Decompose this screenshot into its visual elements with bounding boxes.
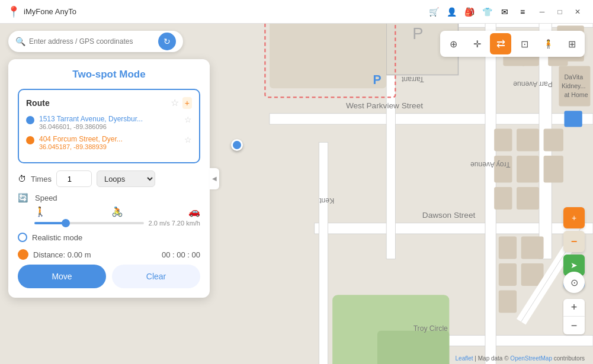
search-input[interactable]: [29, 37, 153, 46]
svg-rect-18: [544, 156, 563, 182]
end-name[interactable]: 404 Forcum Street, Dyer...: [39, 135, 179, 143]
close-button[interactable]: ✕: [569, 4, 586, 20]
svg-text:DaVita: DaVita: [564, 73, 583, 80]
distance-row: Distance: 0.00 m 00 : 00 : 00: [18, 249, 200, 260]
svg-text:Troy Circle: Troy Circle: [414, 324, 448, 333]
times-input[interactable]: [56, 170, 92, 187]
svg-rect-8: [319, 142, 328, 364]
svg-text:P: P: [373, 73, 381, 86]
realistic-mode-label: Realistic mode: [32, 233, 82, 242]
left-panel: Two-spot Mode Route ☆ + 1513 Tarrant Ave…: [8, 59, 210, 298]
start-dot: [26, 116, 34, 124]
speed-thumb[interactable]: [62, 219, 70, 227]
distance-text: Distance: 0.00 m: [33, 250, 162, 259]
start-coords: 36.046601, -89.386096: [39, 123, 179, 130]
add-point-button[interactable]: +: [563, 207, 585, 228]
profile-icon[interactable]: 👤: [445, 5, 458, 18]
panel-title: Two-spot Mode: [18, 69, 200, 80]
distance-icon: [18, 249, 28, 260]
speed-label: Speed: [35, 194, 57, 202]
zoom-controls: + −: [563, 299, 585, 334]
svg-text:Parr Avenue: Parr Avenue: [513, 80, 553, 88]
realistic-mode-radio[interactable]: [18, 233, 27, 242]
leaflet-link[interactable]: Leaflet: [456, 355, 473, 362]
move-tool[interactable]: ✛: [466, 33, 488, 54]
route-header: Route ☆ +: [26, 97, 192, 109]
menu-icon[interactable]: ≡: [516, 5, 529, 18]
osm-link[interactable]: OpenStreetMap: [510, 355, 552, 362]
app-title: iMyFone AnyTo: [24, 7, 427, 16]
svg-text:P: P: [412, 24, 423, 43]
times-label: Times: [31, 175, 52, 183]
start-star-icon[interactable]: ☆: [184, 115, 192, 124]
svg-text:Troy Avenue: Troy Avenue: [470, 160, 511, 169]
svg-text:Kent: Kent: [319, 197, 335, 205]
compass-button[interactable]: ⊙: [563, 272, 585, 293]
action-buttons: Move Clear: [18, 265, 200, 288]
svg-rect-14: [517, 129, 539, 152]
start-pin[interactable]: [231, 139, 243, 151]
search-bar[interactable]: 🔍 ↻: [8, 31, 183, 52]
main-container: P P P DaVita Kidney... at Home West Tick…: [0, 24, 593, 364]
svg-rect-20: [517, 187, 539, 210]
svg-rect-23: [499, 263, 517, 286]
svg-rect-13: [494, 129, 512, 152]
route-tool[interactable]: ⇄: [490, 33, 511, 54]
zoom-in-button[interactable]: +: [563, 299, 585, 317]
car-icon: 🚗: [188, 206, 200, 217]
speed-value: 2.0 m/s 7.20 km/h: [149, 220, 200, 227]
map-toolbar: ⊕ ✛ ⇄ ⊡ 🧍 ⊞: [440, 31, 585, 57]
svg-text:Dawson Street: Dawson Street: [422, 211, 476, 220]
route-box: Route ☆ + 1513 Tarrant Avenue, Dyersbur.…: [18, 89, 200, 163]
map-attribution: Leaflet | Map data © OpenStreetMap contr…: [456, 355, 585, 362]
svg-rect-15: [544, 129, 563, 152]
speed-slider[interactable]: [34, 222, 144, 224]
attribution-text: | Map data ©: [475, 355, 510, 362]
svg-text:West Parkview Street: West Parkview Street: [346, 101, 423, 110]
bag-icon[interactable]: 🎒: [463, 5, 476, 18]
collapse-button[interactable]: ◀: [210, 168, 219, 189]
map-area[interactable]: P P P DaVita Kidney... at Home West Tick…: [0, 24, 593, 364]
bike-icon: 🚴: [111, 206, 123, 217]
zoom-out-button[interactable]: −: [563, 317, 585, 334]
move-button[interactable]: Move: [18, 265, 106, 288]
route-label: Route: [26, 98, 171, 108]
refresh-button[interactable]: ↻: [158, 33, 176, 50]
window-controls: ─ □ ✕: [534, 4, 586, 20]
svg-text:Tarrant: Tarrant: [401, 75, 424, 83]
title-bar: 📍 iMyFone AnyTo 🛒 👤 🎒 👕 ✉ ≡ ─ □ ✕: [0, 0, 593, 24]
realistic-mode-row: Realistic mode: [18, 233, 200, 242]
minimize-button[interactable]: ─: [534, 4, 550, 20]
waypoint-row-end: 404 Forcum Street, Dyer... 36.045187, -8…: [26, 135, 192, 150]
svg-rect-38: [564, 111, 582, 127]
clear-button[interactable]: Clear: [112, 265, 200, 288]
speed-header: 🔄 Speed: [18, 193, 200, 202]
person-tool[interactable]: 🧍: [537, 33, 559, 54]
route-star-icon[interactable]: ☆: [171, 97, 179, 109]
svg-rect-25: [499, 291, 517, 313]
svg-text:at Home: at Home: [564, 91, 588, 98]
area-tool[interactable]: ⊡: [514, 33, 535, 54]
waypoint-row-start: 1513 Tarrant Avenue, Dyersbur... 36.0466…: [26, 115, 192, 130]
route-add-icon[interactable]: +: [182, 97, 192, 109]
cart-icon[interactable]: 🛒: [427, 5, 440, 18]
search-icon: 🔍: [15, 37, 25, 46]
start-name[interactable]: 1513 Tarrant Avenue, Dyersbur...: [39, 115, 179, 123]
end-dot: [26, 136, 34, 144]
remove-point-button[interactable]: −: [563, 231, 585, 252]
end-star-icon[interactable]: ☆: [184, 135, 192, 144]
route-header-icons: ☆ +: [171, 97, 192, 109]
crosshair-tool[interactable]: ⊕: [443, 33, 464, 54]
shirt-icon[interactable]: 👕: [480, 5, 493, 18]
svg-rect-28: [270, 24, 386, 88]
svg-rect-21: [499, 237, 517, 259]
svg-rect-22: [521, 237, 544, 259]
export-tool[interactable]: ⊞: [561, 33, 582, 54]
maximize-button[interactable]: □: [552, 4, 568, 20]
loops-select[interactable]: Loops Round-trip: [97, 170, 155, 187]
mail-icon[interactable]: ✉: [498, 5, 511, 18]
speed-row: 🔄 Speed 🚶 🚴 🚗 2.0 m/s 7.20 km/h: [18, 193, 200, 227]
svg-rect-17: [517, 156, 539, 182]
svg-rect-16: [494, 156, 512, 182]
end-coords: 36.045187, -89.388939: [39, 143, 179, 150]
